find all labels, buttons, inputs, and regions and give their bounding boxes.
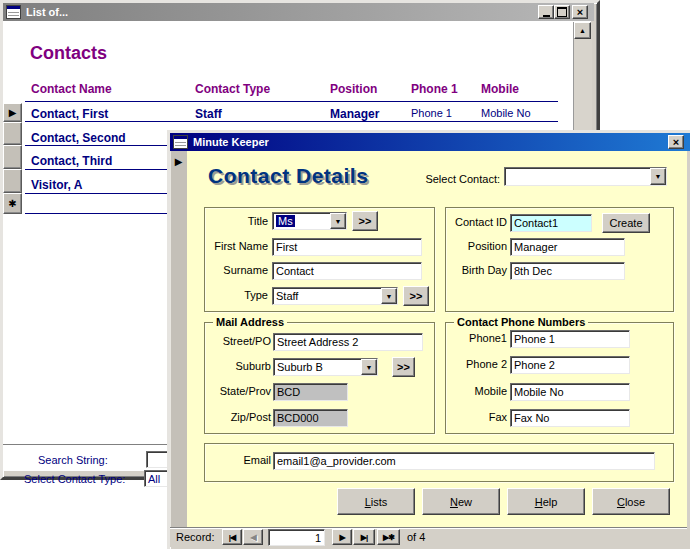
record-selector-new[interactable]: ✱ — [3, 193, 22, 214]
column-header-mobile: Mobile — [481, 82, 519, 96]
datasheet-icon[interactable] — [6, 5, 21, 19]
state-field: BCD — [273, 383, 348, 401]
help-button[interactable]: Help — [507, 488, 585, 515]
scroll-up-button[interactable]: ▲ — [574, 22, 591, 39]
title-label: Title — [208, 215, 268, 227]
cell-contact-name[interactable]: Contact, Third — [31, 154, 112, 168]
nav-prev-button: ◀ — [243, 529, 263, 545]
contacts-heading: Contacts — [30, 43, 107, 64]
nav-last-button[interactable]: ▶| — [353, 529, 375, 545]
first-name-field[interactable] — [272, 238, 422, 256]
form-body: Contact Details Select Contact: ▼ Title … — [187, 151, 687, 527]
minimize-icon — [543, 15, 550, 17]
suburb-more-button[interactable]: >> — [392, 357, 415, 377]
contact-type-label: Select Contact Type: — [24, 473, 125, 485]
title-combobox[interactable]: Ms ▼ — [272, 212, 347, 230]
cell-mobile[interactable]: Mobile No — [481, 107, 531, 119]
screen: List of... × ▲ Contacts Contact Name Con… — [0, 0, 690, 549]
email-label: Email — [208, 454, 271, 466]
new-record-icon: ✱ — [8, 198, 16, 209]
contact-id-label: Contact ID — [437, 216, 507, 228]
type-combobox[interactable]: Staff ▼ — [272, 287, 398, 305]
scroll-up-icon: ▲ — [579, 27, 586, 34]
column-header-position: Position — [330, 82, 377, 96]
column-header-phone1: Phone 1 — [411, 82, 458, 96]
record-selector-current[interactable]: ▶ — [3, 103, 22, 122]
minimize-button[interactable] — [538, 5, 554, 19]
new-button[interactable]: New — [422, 488, 500, 515]
close-icon: × — [577, 7, 583, 17]
record-selector[interactable] — [3, 145, 22, 169]
select-contact-label: Select Contact: — [400, 173, 500, 185]
lists-button[interactable]: Lists — [337, 488, 415, 515]
dropdown-arrow-icon: ▼ — [366, 364, 373, 371]
record-nav-label: Record: — [176, 531, 215, 543]
cell-contact-name[interactable]: Contact, Second — [31, 131, 126, 145]
search-string-label: Search String: — [38, 454, 108, 466]
record-selector[interactable] — [3, 169, 22, 193]
nav-new-button[interactable]: ▶✱ — [377, 529, 400, 545]
position-field[interactable] — [510, 238, 625, 256]
email-field[interactable] — [273, 452, 655, 470]
column-header-contact-name: Contact Name — [31, 82, 112, 96]
contact-id-field[interactable] — [510, 214, 592, 232]
cell-contact-name[interactable]: Visitor, A — [31, 178, 82, 192]
mobile-field[interactable] — [510, 383, 630, 401]
phone2-label: Phone 2 — [437, 358, 507, 370]
cell-phone1[interactable]: Phone 1 — [411, 107, 452, 119]
list-titlebar[interactable]: List of... — [3, 3, 594, 21]
dropdown-button[interactable]: ▼ — [650, 168, 666, 185]
surname-field[interactable] — [272, 262, 422, 280]
record-selector[interactable] — [3, 122, 22, 145]
zip-field: BCD000 — [273, 409, 348, 427]
form-titlebar[interactable]: Minute Keeper — [170, 133, 690, 151]
zip-label: Zip/Post — [208, 411, 271, 423]
phone2-field[interactable] — [510, 356, 630, 374]
column-header-contact-type: Contact Type — [195, 82, 270, 96]
state-label: State/Prov — [208, 385, 271, 397]
fax-label: Fax — [437, 411, 507, 423]
dropdown-button[interactable]: ▼ — [381, 288, 397, 304]
nav-next-button[interactable]: ▶ — [332, 529, 352, 545]
title-more-button[interactable]: >> — [352, 211, 378, 231]
first-name-label: First Name — [208, 240, 268, 252]
row-divider — [25, 121, 558, 122]
fax-field[interactable] — [510, 409, 630, 427]
dropdown-arrow-icon: ▼ — [655, 173, 662, 180]
mail-address-group-title: Mail Address — [213, 316, 287, 328]
record-nav-bar: Record: |◀ ◀ ▶ ▶| ▶✱ of 4 — [170, 527, 687, 547]
surname-label: Surname — [208, 264, 268, 276]
birthday-label: Birth Day — [437, 264, 507, 276]
list-window-title: List of... — [26, 6, 68, 18]
select-contact-combobox[interactable]: ▼ — [504, 167, 667, 186]
mobile-label: Mobile — [437, 385, 507, 397]
cell-position[interactable]: Manager — [330, 107, 379, 121]
phone1-label: Phone1 — [437, 332, 507, 344]
form-close-button[interactable]: × — [668, 135, 684, 149]
cell-contact-type[interactable]: Staff — [195, 107, 222, 121]
form-icon[interactable] — [173, 135, 188, 149]
current-record-arrow-icon: ▶ — [170, 156, 187, 167]
close-button[interactable]: × — [572, 5, 588, 19]
dropdown-button[interactable]: ▼ — [330, 213, 346, 229]
nav-first-button[interactable]: |◀ — [222, 529, 242, 545]
suburb-label: Suburb — [208, 360, 271, 372]
minute-keeper-window: Minute Keeper × ▶ Contact Details Select… — [167, 130, 690, 549]
form-record-selector[interactable]: ▶ — [170, 151, 188, 527]
dropdown-arrow-icon: ▼ — [386, 293, 393, 300]
suburb-combobox[interactable]: Suburb B ▼ — [273, 358, 378, 376]
record-number-input[interactable] — [268, 529, 325, 546]
cell-contact-name[interactable]: Contact, First — [31, 107, 108, 121]
street-label: Street/PO — [208, 335, 271, 347]
create-button[interactable]: Create — [602, 213, 650, 233]
phones-group-title: Contact Phone Numbers — [454, 316, 588, 328]
maximize-button[interactable] — [554, 5, 570, 19]
street-field[interactable] — [273, 333, 423, 351]
phone1-field[interactable] — [510, 330, 630, 348]
close-action-button[interactable]: Close — [592, 488, 670, 515]
header-divider — [25, 101, 558, 102]
dropdown-button[interactable]: ▼ — [361, 359, 377, 375]
type-more-button[interactable]: >> — [403, 286, 429, 306]
contact-details-heading: Contact Details — [208, 164, 368, 188]
birthday-field[interactable] — [510, 262, 625, 280]
